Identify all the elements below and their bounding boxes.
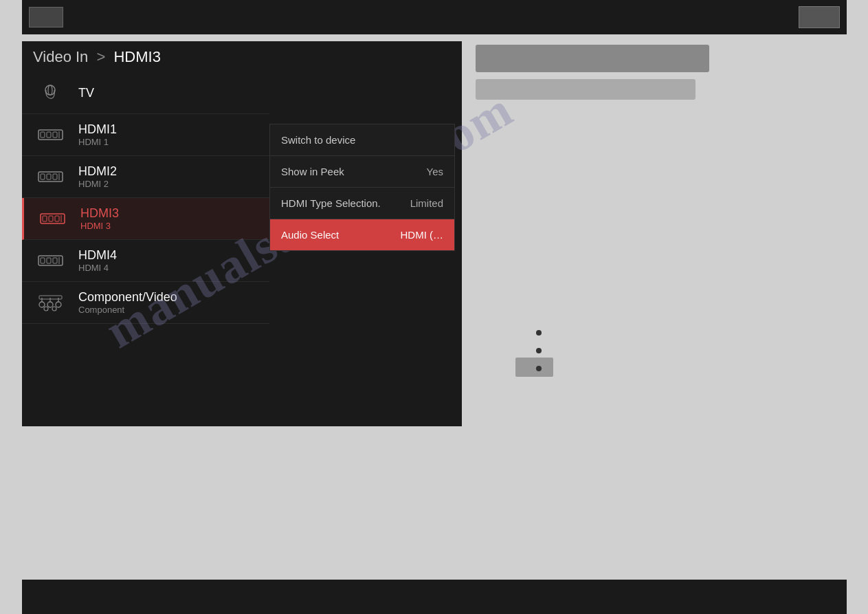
main-content: Video In > HDMI3 TV [22,41,847,426]
context-label-peek: Show in Peek [281,166,344,177]
context-value-hdmi-type: Limited [410,197,443,209]
tv-input-text: TV [78,86,94,100]
context-item-switch[interactable]: Switch to device [270,124,454,156]
svg-rect-18 [41,258,45,263]
hdmi3-input-name: HDMI3 [80,206,119,221]
hdmi4-input-subname: HDMI 4 [78,263,117,273]
context-value-audio: HDMI (… [401,229,444,241]
right-bar-2 [476,79,695,100]
component-icon [33,291,67,315]
bullet-dot-2 [536,348,542,353]
svg-point-1 [48,85,52,95]
context-label-switch: Switch to device [281,134,355,146]
input-item-hdmi4[interactable]: HDMI4 HDMI 4 [22,240,269,282]
context-label-audio: Audio Select [281,229,339,241]
input-item-component[interactable]: Component/Video Component [22,282,269,324]
context-item-peek[interactable]: Show in Peek Yes [270,156,454,188]
hdmi1-input-text: HDMI1 HDMI 1 [78,122,117,147]
tv-icon [33,81,67,105]
svg-point-30 [52,307,56,311]
svg-rect-19 [47,258,51,263]
svg-rect-20 [53,258,57,263]
hdmi4-input-name: HDMI4 [78,248,117,263]
context-item-hdmi-type[interactable]: HDMI Type Selection. Limited [270,188,454,219]
svg-point-22 [39,302,45,307]
bullets-area [536,330,542,371]
svg-rect-15 [55,216,59,221]
bullet-row-3 [536,366,542,371]
svg-point-23 [47,302,53,307]
component-input-text: Component/Video Component [78,290,177,315]
svg-point-0 [45,85,55,95]
right-bar-1 [476,45,709,72]
breadcrumb-current: HDMI3 [113,48,160,65]
context-label-hdmi-type: HDMI Type Selection. [281,197,381,209]
bullet-row-2 [536,348,542,353]
hdmi3-input-subname: HDMI 3 [80,221,119,231]
input-item-tv[interactable]: TV [22,73,269,114]
hdmi2-icon [33,165,67,189]
bullet-dot-3 [536,366,542,371]
bottom-bar [22,580,847,614]
hdmi2-input-text: HDMI2 HDMI 2 [78,164,117,189]
breadcrumb-parent: Video In [33,48,88,65]
input-list: TV HDMI1 HDMI 1 [22,73,269,324]
context-menu: Switch to device Show in Peek Yes HDMI T… [269,124,455,251]
context-value-peek: Yes [427,166,443,177]
hdmi1-input-subname: HDMI 1 [78,137,117,147]
svg-rect-9 [47,174,51,179]
hdmi2-input-name: HDMI2 [78,164,117,179]
svg-point-24 [56,302,61,307]
small-gray-button[interactable] [515,358,553,377]
component-input-name: Component/Video [78,290,177,305]
tv-input-name: TV [78,86,94,100]
top-bar [22,0,847,34]
hdmi3-input-text: HDMI3 HDMI 3 [80,206,119,231]
svg-rect-3 [41,132,45,138]
input-item-hdmi1[interactable]: HDMI1 HDMI 1 [22,114,269,156]
svg-rect-4 [47,132,51,138]
top-bar-logo [29,7,63,28]
svg-rect-14 [49,216,53,221]
breadcrumb-separator: > [96,48,105,65]
input-item-hdmi3[interactable]: HDMI3 HDMI 3 [22,198,269,240]
svg-rect-13 [43,216,47,221]
hdmi4-input-text: HDMI4 HDMI 4 [78,248,117,273]
hdmi4-icon [33,249,67,273]
svg-rect-10 [53,174,57,179]
hdmi2-input-subname: HDMI 2 [78,179,117,189]
bullet-dot-1 [536,330,542,336]
context-item-audio[interactable]: Audio Select HDMI (… [270,219,454,250]
input-item-hdmi2[interactable]: HDMI2 HDMI 2 [22,156,269,198]
svg-point-29 [44,307,48,311]
hdmi3-icon [35,207,69,231]
component-input-subname: Component [78,305,177,315]
hdmi1-icon [33,123,67,147]
breadcrumb: Video In > HDMI3 [22,41,462,73]
svg-rect-8 [41,174,45,179]
bullet-row-1 [536,330,542,336]
tv-panel: Video In > HDMI3 TV [22,41,462,426]
hdmi1-input-name: HDMI1 [78,122,117,137]
svg-rect-5 [53,132,57,138]
top-bar-button[interactable] [799,6,840,28]
